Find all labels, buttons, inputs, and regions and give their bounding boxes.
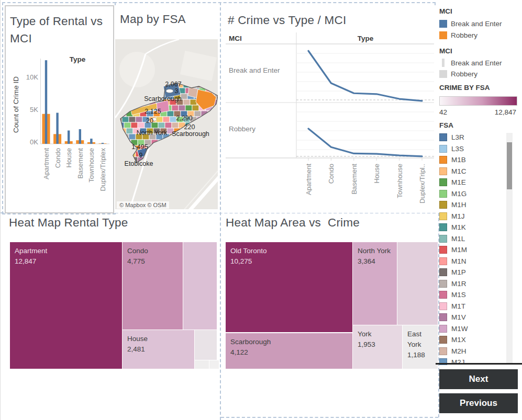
map-panel-title: Map by FSA xyxy=(120,13,186,26)
bar-y-tick-5K: 5K xyxy=(23,106,38,113)
line-category-1: Condo xyxy=(327,164,335,211)
treemap-rental-block-5[interactable] xyxy=(195,360,209,369)
map-label-10: 9 xyxy=(139,152,143,159)
fsa-legend-item-L3R[interactable]: L3R xyxy=(439,132,503,143)
treemap-rental-block-Apartment[interactable]: Apartment12,847 xyxy=(10,242,122,369)
legend-mci-color-item-0[interactable]: Break and Enter xyxy=(439,20,502,28)
bar-break-enter-2[interactable] xyxy=(68,130,70,144)
fsa-legend-item-M1E[interactable]: M1E xyxy=(439,177,503,188)
treemap-rental-block-6[interactable] xyxy=(209,360,219,369)
fsa-swatch-icon xyxy=(439,133,447,141)
bar-category-0: Apartment xyxy=(42,148,50,207)
fsa-swatch-icon xyxy=(439,167,447,175)
bar-break-enter-1[interactable] xyxy=(56,113,58,144)
line-category-0: Apartment xyxy=(305,164,312,211)
map-label-11: Etobicoke xyxy=(125,160,153,167)
treemap-area-block-North York[interactable]: North York3,364 xyxy=(353,242,397,325)
bar-break-enter-0[interactable] xyxy=(45,60,47,144)
fsa-swatch-icon xyxy=(439,336,447,344)
bar-category-5: Duplex/Triplex xyxy=(99,148,106,207)
treemap-rental-title: Heat Map Rental Type xyxy=(9,216,128,230)
previous-button[interactable]: Previous xyxy=(439,393,518,413)
line-category-5: Duplex/Tripl.. xyxy=(418,164,426,211)
line-Break and Enter[interactable] xyxy=(308,51,422,101)
fsa-legend-item-M1N[interactable]: M1N xyxy=(439,256,503,267)
fsa-legend-item-M1J[interactable]: M1J xyxy=(439,211,503,222)
fsa-swatch-icon xyxy=(439,257,447,265)
fsa-scrollbar-thumb[interactable] xyxy=(507,142,512,189)
fsa-legend-item-M1V[interactable]: M1V xyxy=(439,312,503,323)
bar-y-tick-0K: 0K xyxy=(23,138,38,146)
fsa-swatch-icon xyxy=(439,212,447,220)
fsa-legend-item-M1K[interactable]: M1K xyxy=(439,222,503,233)
fsa-legend-list: L3RL3SM1BM1CM1EM1GM1HM1JM1KM1LM1MM1NM1PM… xyxy=(439,132,503,365)
fsa-swatch-icon xyxy=(439,302,447,310)
map-label-4: 20 xyxy=(146,117,153,124)
fsa-legend-item-M1G[interactable]: M1G xyxy=(439,188,503,200)
legend-mci-size-title: MCI xyxy=(439,47,452,55)
treemap-rental-block-House[interactable]: House2,481 xyxy=(123,330,194,369)
legend-mci-size-item-0[interactable]: Break and Enter xyxy=(439,59,502,67)
bar-chart[interactable] xyxy=(40,59,109,149)
bar-category-3: Basement xyxy=(76,148,84,207)
bar-y-axis-label: Count of Crime ID xyxy=(12,63,20,146)
treemap-rental-block-Condo[interactable]: Condo4,775 xyxy=(123,242,183,330)
treemap-area-block-Old Toronto[interactable]: Old Toronto10,275 xyxy=(226,242,352,332)
treemap-area-title: Heat Map Area vs Crime xyxy=(226,216,360,230)
bar-panel-title: Type of Rental vs MCI xyxy=(10,13,104,47)
legend-mci-size-item-1[interactable]: Robbery xyxy=(439,70,477,78)
legend-mci-color-item-1[interactable]: Robbery xyxy=(439,31,477,39)
fsa-swatch-icon xyxy=(439,145,447,153)
map-label-0: 2,067 xyxy=(165,81,181,88)
line-category-2: Basement xyxy=(350,164,358,211)
legend-mci-color-title: MCI xyxy=(439,7,452,15)
treemap-area-block-3[interactable] xyxy=(397,242,438,325)
bar-category-2: House xyxy=(65,148,72,207)
fsa-swatch-icon xyxy=(439,280,447,288)
fsa-legend-item-M1W[interactable]: M1W xyxy=(439,323,503,335)
fsa-swatch-icon xyxy=(439,313,447,321)
treemap-area-block-Scarborough[interactable]: Scarborough4,122 xyxy=(226,333,352,369)
fsa-legend-item-M2H[interactable]: M2H xyxy=(439,346,503,357)
fsa-legend-item-M1X[interactable]: M1X xyxy=(439,334,503,346)
fsa-legend-item-M1M[interactable]: M1M xyxy=(439,244,503,256)
bar-break-enter-3[interactable] xyxy=(79,129,81,144)
line-category-3: House xyxy=(373,164,380,211)
fsa-swatch-icon xyxy=(439,268,447,276)
guide-top xyxy=(114,2,436,3)
legend-swatch-icon xyxy=(439,31,447,39)
fsa-swatch-icon xyxy=(439,246,447,254)
legend-swatch-icon xyxy=(439,20,447,28)
line-Robbery[interactable] xyxy=(308,129,422,156)
bar-break-enter-4[interactable] xyxy=(90,139,92,144)
treemap-rental-block-2[interactable] xyxy=(183,242,217,330)
fsa-legend-item-M1R[interactable]: M1R xyxy=(439,278,503,290)
bar-y-tick-10K: 10K xyxy=(23,73,38,81)
fsa-legend-item-M1S[interactable]: M1S xyxy=(439,289,503,301)
fsa-swatch-icon xyxy=(439,190,447,198)
fsa-legend-item-M1P[interactable]: M1P xyxy=(439,267,503,278)
fsa-legend-item-L3S[interactable]: L3S xyxy=(439,143,503,155)
fsa-legend-item-M1C[interactable]: M1C xyxy=(439,166,503,177)
panel-map-by-fsa: Map by FSA 2,0673Scarborough2 xyxy=(114,5,220,213)
row-label-break-and-enter: Break and Enter xyxy=(229,66,280,74)
panel-crime-vs-type-mci: # Crime vs Type / MCI MCI Type Break and… xyxy=(221,5,436,213)
fsa-swatch-icon xyxy=(439,201,447,209)
fsa-legend-item-M1T[interactable]: M1T xyxy=(439,301,503,312)
next-button[interactable]: Next xyxy=(439,369,518,389)
bar-break-enter-5[interactable] xyxy=(102,143,104,144)
fsa-swatch-icon xyxy=(439,325,447,333)
fsa-swatch-icon xyxy=(439,156,447,164)
treemap-area-block-East York[interactable]: East York1,188 xyxy=(403,325,438,369)
treemap-area-block-York[interactable]: York1,953 xyxy=(353,325,402,369)
fsa-legend-item-M1B[interactable]: M1B xyxy=(439,154,503,166)
bar-category-1: Condo xyxy=(54,148,61,207)
treemap-rental-block-4[interactable] xyxy=(195,330,217,360)
map-label-9: 1,495 xyxy=(131,143,148,151)
fsa-legend-item-M1H[interactable]: M1H xyxy=(439,199,503,211)
fsa-legend-item-M1L[interactable]: M1L xyxy=(439,233,503,245)
map-label-layer: 2,0673Scarborough2,125202,290220North Yo… xyxy=(115,39,218,209)
legend-size-swatch-icon xyxy=(442,59,445,67)
dashboard: Type of Rental vs MCI Type Count of Crim… xyxy=(0,0,522,420)
fsa-swatch-icon xyxy=(439,223,447,231)
